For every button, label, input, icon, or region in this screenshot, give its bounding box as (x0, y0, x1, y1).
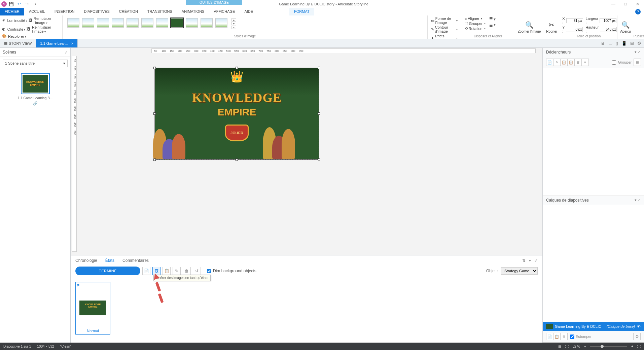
rotate-button[interactable]: Rotation (469, 27, 482, 31)
recolor-button[interactable]: Recolorer (8, 34, 26, 38)
trigger-delete-icon[interactable]: 🗑 (574, 59, 582, 66)
resize-handle[interactable] (236, 159, 238, 161)
style-thumb[interactable] (127, 18, 139, 28)
trigger-copy-icon[interactable]: 📋 (560, 59, 568, 66)
align-button[interactable]: Aligner (468, 16, 479, 21)
panel-tools-icon[interactable]: ▾ ⤢ (635, 198, 641, 203)
layer-settings-icon[interactable]: ⚙ (633, 333, 641, 340)
group-checkbox[interactable] (612, 60, 616, 65)
visibility-icon[interactable]: 👁 (637, 324, 641, 328)
object-select[interactable]: Strategy Game L (501, 267, 538, 275)
gallery-down-icon[interactable]: ▾ (231, 22, 236, 25)
maximize-icon[interactable]: □ (620, 2, 631, 6)
resize-handle[interactable] (318, 112, 320, 115)
trigger-grid-icon[interactable]: ▦ (634, 59, 641, 66)
slide-canvas[interactable]: 👑 KNOWLEDGE EMPIRE JOUER (155, 68, 319, 160)
zoom-slider[interactable] (590, 346, 627, 347)
zoom-image-button[interactable]: 🔍Zoomer l'image (515, 15, 544, 39)
tab-format[interactable]: FORMAT (289, 8, 314, 15)
style-thumb[interactable] (186, 18, 198, 28)
resize-handle[interactable] (153, 67, 156, 69)
reset-state-button[interactable]: ↺ (193, 267, 201, 275)
tab-transitions[interactable]: TRANSITIONS (143, 8, 177, 15)
scene-selector[interactable]: 1 Scène sans titre▾ (3, 60, 68, 67)
tab-slides[interactable]: DIAPOSITIVES (79, 8, 114, 15)
x-input[interactable] (566, 18, 583, 23)
close-icon[interactable]: ✕ (633, 2, 643, 6)
selected-image[interactable]: 👑 KNOWLEDGE EMPIRE JOUER (155, 68, 319, 160)
preview-button[interactable]: 🔍Aperçu (617, 15, 634, 39)
style-thumb[interactable] (201, 18, 213, 28)
style-thumb[interactable] (97, 18, 109, 28)
resize-handle[interactable] (318, 67, 320, 69)
resize-handle[interactable] (153, 159, 156, 161)
style-thumb[interactable] (67, 18, 79, 28)
edit-state-button[interactable]: ✎ (173, 267, 181, 275)
tab-insert[interactable]: INSERTION (50, 8, 79, 15)
slide-thumbnail[interactable]: KNOWLEDGEEMPIRE (21, 73, 50, 94)
resize-handle[interactable] (153, 112, 156, 115)
tab-display[interactable]: AFFICHAGE (209, 8, 240, 15)
style-thumb[interactable] (112, 18, 124, 28)
zoom-out-icon[interactable]: − (584, 345, 586, 348)
dim-checkbox[interactable]: Dim background objects (207, 269, 256, 273)
width-input[interactable] (600, 18, 616, 23)
style-thumb[interactable] (215, 18, 227, 28)
group-button[interactable]: Grouper (469, 22, 482, 26)
crop-button[interactable]: ✂Rogner (543, 15, 560, 39)
trigger-paste-icon[interactable]: 📋 (567, 59, 575, 66)
device-desktop-icon[interactable]: 🖥 (601, 41, 605, 46)
view-grid-icon[interactable]: ▦ (558, 345, 561, 348)
done-button[interactable]: TERMINÉ (75, 267, 140, 275)
device-tablet-portrait-icon[interactable]: ▯ (616, 41, 618, 46)
height-input[interactable] (600, 27, 617, 32)
tab-story-view[interactable]: ▦STORY VIEW (0, 39, 36, 47)
layer-delete-icon[interactable]: 🗑 (560, 333, 568, 340)
close-tab-icon[interactable]: × (71, 41, 73, 45)
tab-file[interactable]: FICHIER (0, 8, 24, 15)
gallery-up-icon[interactable]: ▴ (231, 18, 236, 22)
settings-gear-icon[interactable]: ⚙ (637, 41, 641, 46)
view-fit-icon[interactable]: ⛶ (565, 345, 569, 348)
tab-home[interactable]: ACCUEIL (24, 8, 50, 15)
image-styles-gallery[interactable]: ▴▾▾ (65, 16, 425, 29)
help-icon[interactable]: ? (635, 9, 641, 14)
resize-handle[interactable] (236, 67, 238, 69)
tab-help[interactable]: AIDE (240, 8, 258, 15)
toggle-panels-icon[interactable]: ⊞ (630, 41, 634, 46)
undo-icon[interactable]: ↶ (15, 1, 23, 7)
picture-shape-button[interactable]: Forme de l'image (435, 16, 455, 25)
bring-front-icon[interactable]: ▀ ▾ (490, 17, 496, 22)
tab-states[interactable]: États (105, 258, 114, 263)
delete-state-button[interactable]: 🗑 (183, 267, 191, 275)
y-input[interactable] (566, 27, 583, 32)
state-card[interactable]: ⚑ KNOWLEDGEEMPIRE Normal (75, 282, 110, 335)
tab-chronology[interactable]: Chronologie (75, 258, 97, 263)
style-thumb-selected[interactable] (171, 18, 183, 28)
style-thumb[interactable] (156, 18, 168, 28)
tab-animations[interactable]: ANIMATIONS (177, 8, 209, 15)
redo-icon[interactable]: ↷ (24, 1, 31, 7)
collapse-icon[interactable]: ⤢ (65, 50, 68, 55)
trigger-edit-icon[interactable]: ✎ (553, 59, 561, 66)
qa-dropdown-icon[interactable]: ▾ (32, 1, 39, 7)
publish-label[interactable]: Publier (634, 34, 644, 39)
device-phone-icon[interactable]: 📱 (621, 41, 627, 46)
dim-checkbox[interactable] (570, 335, 574, 339)
picture-outline-button[interactable]: Contour d'image (435, 25, 455, 33)
panel-tools-icon[interactable]: ▾ ⤢ (635, 50, 641, 55)
layer-new-icon[interactable]: 📄 (546, 333, 553, 340)
minimize-icon[interactable]: — (608, 2, 618, 6)
base-layer-row[interactable]: Game Learning By E DCLIC (Calque de base… (543, 322, 644, 331)
trigger-vars-icon[interactable]: ≡ (581, 59, 589, 66)
brightness-button[interactable]: Luminosité (7, 19, 27, 23)
resize-handle[interactable] (318, 159, 320, 161)
panel-menu-icon[interactable]: ▾ (529, 258, 531, 263)
trigger-new-icon[interactable]: 📄 (546, 59, 553, 66)
duplicate-state-button[interactable]: 📋 (163, 267, 171, 275)
zoom-in-icon[interactable]: + (631, 345, 633, 348)
tab-slide[interactable]: 1.1 Game Lear...× (36, 39, 77, 47)
style-thumb[interactable] (82, 18, 94, 28)
panel-collapse-icon[interactable]: ⤢ (534, 258, 538, 263)
new-state-button[interactable]: 📄 (142, 267, 150, 275)
